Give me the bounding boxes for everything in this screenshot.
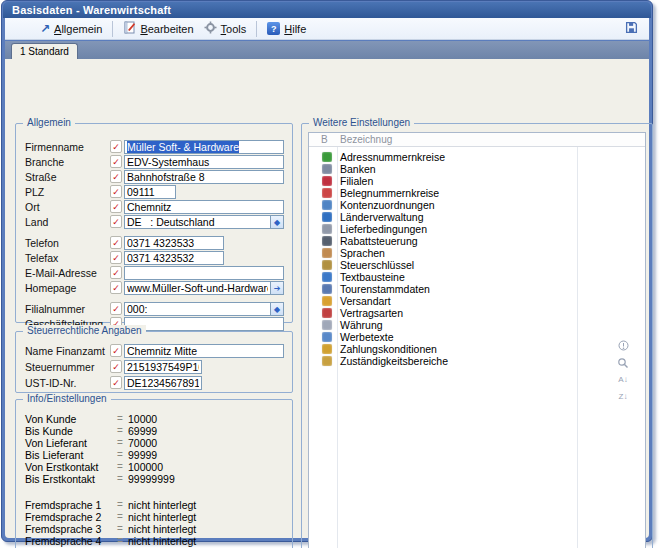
list-item[interactable]: Adressnummernkreise — [309, 151, 569, 163]
go-arrow-icon: ➔ — [274, 284, 281, 293]
finanzamt-input[interactable] — [124, 344, 284, 358]
checked-icon[interactable]: ✓ — [110, 236, 122, 249]
column-header-bezeichnung[interactable]: Bezeichnug — [340, 134, 392, 145]
list-item[interactable]: Banken — [309, 163, 569, 175]
menu-label-allgemein: Allgemein — [54, 23, 102, 35]
plz-input[interactable] — [124, 185, 176, 199]
filter-icon[interactable] — [617, 339, 630, 352]
info-row: Von Lieferant=70000 — [16, 437, 292, 449]
menu-bearbeiten[interactable]: Bearbeiten — [118, 20, 198, 38]
address-number-ranges-icon — [322, 152, 332, 162]
strasse-input[interactable] — [124, 170, 284, 184]
list-item[interactable]: Rabattsteuerung — [309, 235, 569, 247]
branche-input[interactable] — [124, 155, 284, 169]
app-window: Basisdaten - Warenwirtschaft ↗ Allgemein… — [1, 0, 653, 542]
checked-icon[interactable]: ✓ — [110, 155, 122, 168]
delivery-terms-icon — [322, 224, 332, 234]
checked-icon[interactable]: ✓ — [110, 360, 122, 373]
checked-icon[interactable]: ✓ — [110, 344, 122, 357]
edit-notebook-icon — [123, 21, 136, 36]
account-assignments-icon — [322, 200, 332, 210]
checked-icon[interactable]: ✓ — [110, 185, 122, 198]
list-item[interactable]: Währung — [309, 319, 569, 331]
field-ustid: UST-ID-Nr. ✓ — [16, 376, 292, 390]
steuernummer-input[interactable] — [124, 360, 202, 374]
list-item[interactable]: Länderverwaltung — [309, 211, 569, 223]
title-bar[interactable]: Basisdaten - Warenwirtschaft — [3, 2, 651, 18]
field-land: Land ✓ ◆ — [16, 215, 292, 229]
ad-texts-icon — [322, 332, 332, 342]
tab-label: 1 Standard — [20, 46, 69, 57]
toolbar: ↗ Allgemein Bearbeiten Tools ? Hilfe — [5, 18, 649, 40]
equals-sign: = — [117, 535, 123, 546]
land-dropdown-button[interactable]: ◆ — [271, 215, 284, 229]
toolbar-separator — [256, 21, 257, 37]
ustid-input[interactable] — [124, 376, 202, 390]
list-item[interactable]: Tourenstammdaten — [309, 283, 569, 295]
sort-descending-icon[interactable]: Z↓ — [617, 390, 630, 403]
list-item[interactable]: Zahlungskonditionen — [309, 343, 569, 355]
homepage-go-button[interactable]: ➔ — [271, 281, 284, 295]
list-item[interactable]: Versandart — [309, 295, 569, 307]
diamond-icon: ◆ — [274, 305, 280, 314]
group-allgemein: Allgemein Firmenname ✓ Müller Soft- & Ha… — [15, 123, 293, 323]
tab-strip: 1 Standard — [5, 41, 649, 59]
field-label: PLZ — [25, 186, 44, 198]
list-item[interactable]: Werbetexte — [309, 331, 569, 343]
checked-icon[interactable]: ✓ — [110, 170, 122, 183]
list-item[interactable]: Lieferbedingungen — [309, 223, 569, 235]
info-row: Bis Kunde=69999 — [16, 425, 292, 437]
field-label: Telefon — [25, 237, 59, 249]
checked-icon[interactable]: ✓ — [110, 376, 122, 389]
checked-icon[interactable]: ✓ — [110, 266, 122, 279]
tab-standard[interactable]: 1 Standard — [11, 43, 78, 59]
menu-allgemein[interactable]: ↗ Allgemein — [35, 20, 107, 38]
telefax-input[interactable] — [124, 251, 224, 265]
homepage-input[interactable] — [124, 281, 271, 295]
list-item[interactable]: Steuerschlüssel — [309, 259, 569, 271]
checked-icon[interactable]: ✓ — [110, 200, 122, 213]
land-input[interactable] — [124, 215, 271, 229]
checked-icon[interactable]: ✓ — [110, 251, 122, 264]
geschaeftsleitung-input[interactable] — [124, 317, 284, 331]
info-row: Von Erstkontakt=100000 — [16, 461, 292, 473]
field-email: E-Mail-Adresse ✓ — [16, 266, 292, 280]
firmenname-input[interactable]: Müller Soft- & Hardware — [124, 140, 284, 154]
field-label: Homepage — [25, 282, 76, 294]
banks-icon — [322, 164, 332, 174]
email-input[interactable] — [124, 266, 284, 280]
group-title: Allgemein — [23, 117, 75, 128]
menu-tools[interactable]: Tools — [199, 20, 252, 38]
filialnummer-input[interactable] — [124, 302, 271, 316]
list-item[interactable]: Textbausteine — [309, 271, 569, 283]
group-title: Steuerrechtliche Angaben — [23, 325, 146, 336]
branches-icon — [322, 176, 332, 186]
menu-hilfe[interactable]: ? Hilfe — [262, 20, 311, 38]
ort-input[interactable] — [124, 200, 284, 214]
column-header-b[interactable]: B — [321, 134, 328, 145]
group-steuer: Steuerrechtliche Angaben Name Finanzamt … — [15, 331, 293, 393]
checked-icon[interactable]: ✓ — [110, 281, 122, 294]
checked-icon[interactable]: ✓ — [110, 302, 122, 315]
checked-icon[interactable]: ✓ — [110, 140, 122, 153]
list-header[interactable]: B Bezeichnug — [309, 133, 645, 147]
sort-ascending-icon[interactable]: A↓ — [617, 373, 630, 386]
telefon-input[interactable] — [124, 236, 224, 250]
list-item[interactable]: Sprachen — [309, 247, 569, 259]
equals-sign: = — [117, 473, 123, 484]
list-item[interactable]: Zuständigkeitsbereiche — [309, 355, 569, 367]
info-row: Fremdsprache 4=nicht hinterlegt — [16, 535, 292, 547]
equals-sign: = — [117, 499, 123, 510]
list-tools: A↓ Z↓ — [615, 339, 631, 403]
list-item[interactable]: Vertragsarten — [309, 307, 569, 319]
list-item[interactable]: Belegnummernkreise — [309, 187, 569, 199]
equals-sign: = — [117, 523, 123, 534]
filialnummer-dropdown-button[interactable]: ◆ — [271, 302, 284, 316]
checked-icon[interactable]: ✓ — [110, 215, 122, 228]
list-item[interactable]: Kontenzuordnungen — [309, 199, 569, 211]
save-button[interactable] — [620, 20, 643, 38]
search-icon[interactable] — [617, 356, 630, 369]
save-icon — [625, 21, 638, 36]
field-label: Firmenname — [25, 141, 84, 153]
list-item[interactable]: Filialen — [309, 175, 569, 187]
